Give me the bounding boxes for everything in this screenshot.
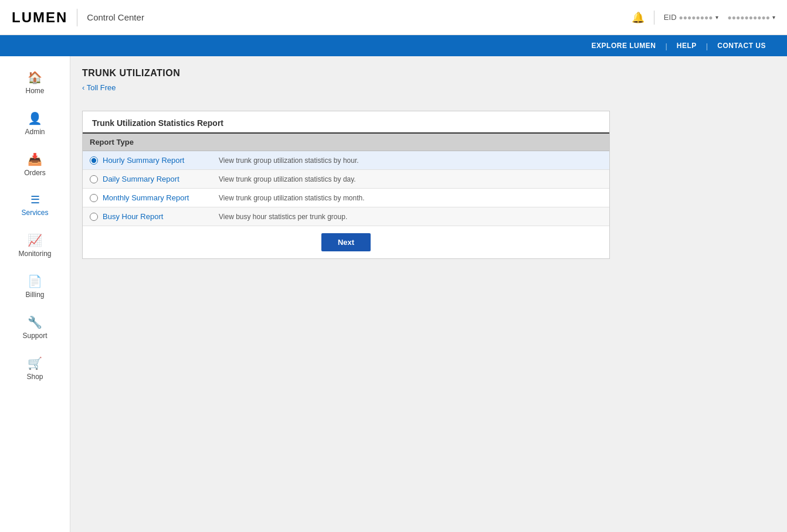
report-radio-monthly[interactable]: [90, 194, 98, 202]
header-right: 🔔 EID ●●●●●●●● ▾ ●●●●●●●●●● ▾: [632, 11, 775, 25]
report-option-daily-cell: Daily Summary Report: [83, 170, 212, 189]
table-row: Hourly Summary Report View trunk group u…: [83, 151, 609, 170]
report-option-monthly-desc-cell: View trunk group utilization statistics …: [212, 189, 609, 207]
shop-icon: 🛒: [28, 356, 42, 370]
sidebar-label-shop: Shop: [26, 373, 43, 381]
report-radio-daily[interactable]: [90, 175, 98, 183]
bell-icon[interactable]: 🔔: [632, 11, 644, 24]
report-option-hourly-cell: Hourly Summary Report: [83, 151, 212, 170]
account-value: ●●●●●●●●●●: [728, 13, 770, 22]
account-chevron-icon: ▾: [772, 14, 775, 21]
blue-nav: EXPLORE LUMEN | HELP | CONTACT US: [0, 35, 787, 56]
sidebar-label-billing: Billing: [25, 291, 44, 299]
nav-help[interactable]: HELP: [667, 42, 706, 50]
sidebar-item-home[interactable]: 🏠 Home: [0, 62, 70, 103]
nav-contact-us[interactable]: CONTACT US: [708, 42, 775, 50]
main-layout: 🏠 Home 👤 Admin 📥 Orders ☰ Services 📈 Mon…: [0, 56, 787, 532]
button-row: Next: [83, 226, 609, 258]
report-option-hourly-desc: View trunk group utilization statistics …: [219, 156, 359, 165]
report-option-daily-desc-cell: View trunk group utilization statistics …: [212, 170, 609, 189]
orders-icon: 📥: [28, 152, 42, 166]
sidebar-item-monitoring[interactable]: 📈 Monitoring: [0, 225, 70, 266]
billing-icon: 📄: [28, 274, 42, 288]
table-row: Daily Summary Report View trunk group ut…: [83, 170, 609, 189]
sidebar-label-admin: Admin: [25, 128, 45, 136]
sidebar-item-support[interactable]: 🔧 Support: [0, 307, 70, 348]
table-header-row: Report Type: [83, 134, 609, 151]
report-type-header: Report Type: [83, 134, 609, 151]
report-option-daily-label[interactable]: Daily Summary Report: [90, 175, 205, 183]
sidebar-item-billing[interactable]: 📄 Billing: [0, 266, 70, 307]
header-divider: [654, 11, 654, 25]
sidebar: 🏠 Home 👤 Admin 📥 Orders ☰ Services 📈 Mon…: [0, 56, 70, 532]
report-option-monthly-desc: View trunk group utilization statistics …: [219, 194, 365, 202]
sidebar-item-admin[interactable]: 👤 Admin: [0, 103, 70, 144]
eid-label: EID: [664, 13, 677, 22]
report-option-busy-cell: Busy Hour Report: [83, 207, 212, 226]
sidebar-item-shop[interactable]: 🛒 Shop: [0, 348, 70, 389]
report-option-busy-text: Busy Hour Report: [103, 212, 163, 221]
nav-divider-1: |: [665, 42, 667, 50]
logo: LUMEN: [12, 9, 67, 26]
report-option-hourly-text: Hourly Summary Report: [103, 156, 184, 165]
monitoring-icon: 📈: [28, 233, 42, 247]
table-row: Busy Hour Report View busy hour statisti…: [83, 207, 609, 226]
top-header: LUMEN Control Center 🔔 EID ●●●●●●●● ▾ ●●…: [0, 0, 787, 35]
report-type-table: Report Type Hourly Summary Report View t…: [83, 134, 609, 226]
page-title: TRUNK UTILIZATION: [82, 68, 775, 79]
content-area: TRUNK UTILIZATION Toll Free Trunk Utiliz…: [70, 56, 787, 532]
report-option-busy-desc: View busy hour statistics per trunk grou…: [219, 213, 347, 221]
sidebar-label-monitoring: Monitoring: [18, 250, 51, 258]
logo-divider: [77, 9, 77, 26]
eid-chevron-icon: ▾: [715, 14, 718, 21]
report-option-busy-desc-cell: View busy hour statistics per trunk grou…: [212, 207, 609, 226]
breadcrumb-toll-free[interactable]: Toll Free: [82, 83, 116, 92]
report-option-monthly-label[interactable]: Monthly Summary Report: [90, 193, 205, 202]
report-option-daily-desc: View trunk group utilization statistics …: [219, 175, 356, 183]
services-icon: ☰: [30, 193, 40, 206]
eid-dropdown[interactable]: EID ●●●●●●●● ▾: [664, 13, 718, 22]
sidebar-label-home: Home: [25, 87, 44, 95]
report-card-title: Trunk Utilization Statistics Report: [83, 111, 609, 134]
report-card: Trunk Utilization Statistics Report Repo…: [82, 111, 610, 259]
sidebar-label-orders: Orders: [24, 169, 46, 177]
nav-divider-2: |: [706, 42, 708, 50]
app-title: Control Center: [87, 12, 144, 22]
sidebar-item-orders[interactable]: 📥 Orders: [0, 144, 70, 185]
report-option-daily-text: Daily Summary Report: [103, 175, 179, 183]
nav-explore-lumen[interactable]: EXPLORE LUMEN: [582, 42, 666, 50]
sidebar-item-services[interactable]: ☰ Services: [0, 185, 70, 225]
report-option-monthly-cell: Monthly Summary Report: [83, 189, 212, 207]
eid-value: ●●●●●●●●: [679, 13, 713, 22]
report-radio-busy[interactable]: [90, 213, 98, 221]
report-option-monthly-text: Monthly Summary Report: [103, 193, 189, 202]
sidebar-label-services: Services: [21, 209, 48, 217]
report-option-busy-label[interactable]: Busy Hour Report: [90, 212, 205, 221]
next-button[interactable]: Next: [321, 233, 371, 251]
table-row: Monthly Summary Report View trunk group …: [83, 189, 609, 207]
support-icon: 🔧: [28, 315, 42, 329]
report-option-hourly-label[interactable]: Hourly Summary Report: [90, 156, 205, 165]
home-icon: 🏠: [28, 70, 42, 84]
account-dropdown[interactable]: ●●●●●●●●●● ▾: [728, 13, 775, 22]
report-option-hourly-desc-cell: View trunk group utilization statistics …: [212, 151, 609, 170]
report-radio-hourly[interactable]: [90, 156, 98, 165]
sidebar-label-support: Support: [22, 332, 47, 340]
admin-icon: 👤: [28, 111, 42, 125]
